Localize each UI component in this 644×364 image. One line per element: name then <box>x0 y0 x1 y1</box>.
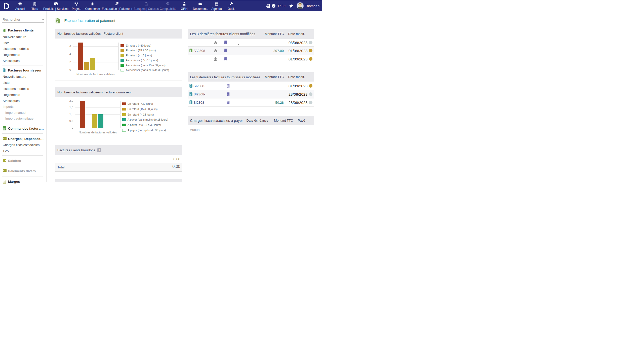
svg-text:$: $ <box>3 170 4 171</box>
svg-text:$: $ <box>190 85 191 87</box>
svg-text:$: $ <box>190 94 191 96</box>
svg-text:$: $ <box>190 50 191 52</box>
svg-text:$: $ <box>167 2 168 4</box>
svg-text:$: $ <box>3 138 4 139</box>
svg-text:$: $ <box>56 20 58 23</box>
svg-text:$: $ <box>190 102 191 104</box>
svg-text:?: ? <box>273 4 274 7</box>
